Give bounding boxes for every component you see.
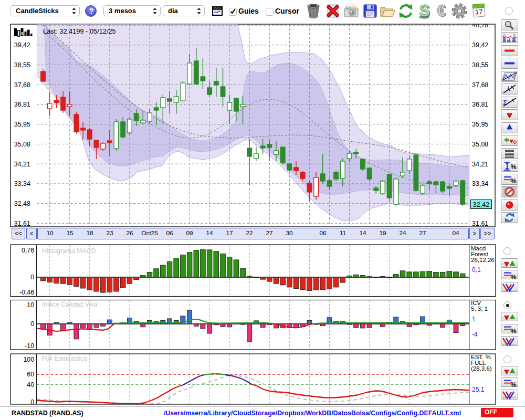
svg-text:40: 40 xyxy=(27,381,34,388)
svg-text:0,1: 0,1 xyxy=(472,266,481,274)
svg-text:-4: -4 xyxy=(472,331,478,338)
svg-text:Histograma MACD: Histograma MACD xyxy=(42,247,96,255)
svg-text:40,28: 40,28 xyxy=(472,24,488,29)
svg-text:Indice Calidad Vela: Indice Calidad Vela xyxy=(42,301,97,308)
svg-text:37,68: 37,68 xyxy=(14,81,30,89)
svg-text:S: S xyxy=(419,3,430,19)
svg-text:26,12,26: 26,12,26 xyxy=(471,257,495,263)
svg-text:€: € xyxy=(437,3,446,19)
svg-text:10: 10 xyxy=(27,301,34,309)
svg-text:35,95: 35,95 xyxy=(472,121,488,128)
svg-text:0,76: 0,76 xyxy=(22,247,34,254)
svg-text:37,68: 37,68 xyxy=(472,81,488,89)
svg-text:5, 3, 1: 5, 3, 1 xyxy=(471,306,488,312)
svg-text:%: % xyxy=(511,381,517,388)
svg-text:%: % xyxy=(511,163,517,171)
svg-text:100: 100 xyxy=(23,356,34,363)
svg-text:%: % xyxy=(511,177,517,184)
svg-text:%: % xyxy=(511,274,517,281)
svg-text:35,95: 35,95 xyxy=(14,121,30,128)
svg-text:38,55: 38,55 xyxy=(14,61,30,69)
svg-text:Last: 32.4199 - 05/12/25: Last: 32.4199 - 05/12/25 xyxy=(43,27,116,35)
svg-text:0: 0 xyxy=(30,274,34,281)
svg-text:36,81: 36,81 xyxy=(14,101,30,108)
svg-text:0: 0 xyxy=(30,320,34,328)
svg-text:-0,46: -0,46 xyxy=(19,289,34,296)
svg-text:25,1: 25,1 xyxy=(472,386,485,393)
svg-text:32,48: 32,48 xyxy=(14,200,30,207)
svg-text:36,81: 36,81 xyxy=(472,101,488,108)
svg-text:17: 17 xyxy=(475,7,483,16)
svg-text:35,08: 35,08 xyxy=(472,141,488,148)
svg-text:1: 1 xyxy=(472,316,476,323)
svg-text:34,21: 34,21 xyxy=(14,161,30,168)
svg-text:31,61: 31,61 xyxy=(472,220,488,227)
svg-text:34,21: 34,21 xyxy=(472,161,488,168)
svg-text:32,42: 32,42 xyxy=(473,201,489,208)
svg-text:0: 0 xyxy=(30,398,34,406)
svg-text:(28,3,6): (28,3,6) xyxy=(471,365,492,372)
svg-text:31,61: 31,61 xyxy=(14,220,30,227)
svg-text:%: % xyxy=(511,328,517,335)
svg-text:Full Estocastico: Full Estocastico xyxy=(42,355,87,362)
svg-text:33,34: 33,34 xyxy=(472,180,488,187)
svg-text:-10: -10 xyxy=(25,342,34,350)
svg-text:33,34: 33,34 xyxy=(14,180,30,187)
svg-text:35,08: 35,08 xyxy=(14,141,30,148)
svg-text:60: 60 xyxy=(27,371,34,378)
svg-text:39,42: 39,42 xyxy=(14,41,30,49)
svg-text:38,55: 38,55 xyxy=(472,61,488,69)
svg-text:39,42: 39,42 xyxy=(472,41,488,49)
